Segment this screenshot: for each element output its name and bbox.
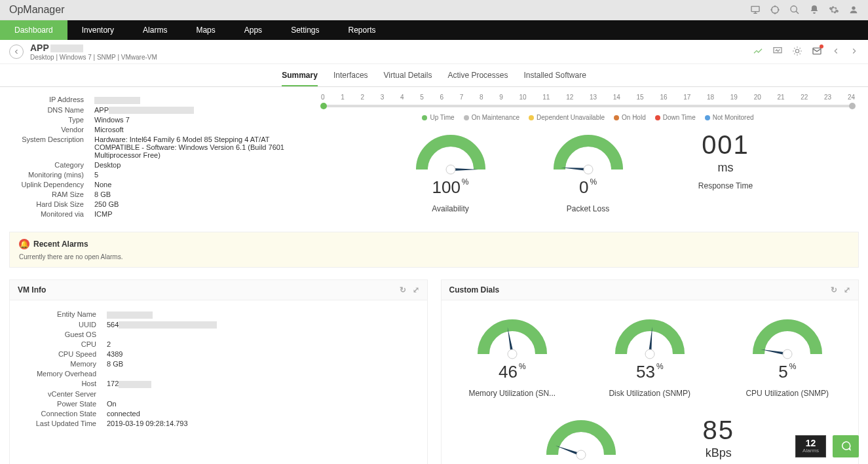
chat-button[interactable] xyxy=(833,435,859,457)
refresh-icon[interactable]: ↻ xyxy=(831,285,837,294)
info-row: VendorMicrosoft xyxy=(9,126,304,134)
svg-point-27 xyxy=(508,349,517,359)
gauge-card: 85kBpsDisk I/O Usage (VIWeb... xyxy=(670,416,768,464)
info-row: Last Updated Time2019-03-19 09:28:14.793 xyxy=(19,419,418,427)
info-row: Guest OS xyxy=(19,330,418,338)
svg-point-33 xyxy=(576,450,586,459)
bell-icon[interactable] xyxy=(809,5,820,15)
alarms-body: Currently there are no open Alarms. xyxy=(19,253,849,260)
info-row: Memory8 GB xyxy=(19,360,418,368)
svg-point-25 xyxy=(584,165,593,174)
gauge-card: 001msResponse Time xyxy=(677,130,775,215)
slider-start-handle[interactable] xyxy=(320,103,327,109)
user-icon[interactable] xyxy=(848,5,859,15)
footer-actions: 12 Alarms xyxy=(795,435,859,457)
prev-icon[interactable] xyxy=(831,46,840,58)
nav-apps[interactable]: Apps xyxy=(230,20,276,40)
gauge-card: 11%CPU Utilization (VIWeb... xyxy=(532,416,630,464)
nav-maps[interactable]: Maps xyxy=(181,20,229,40)
nav-reports[interactable]: Reports xyxy=(333,20,390,40)
info-row: Connection Stateconnected xyxy=(19,410,418,418)
svg-rect-11 xyxy=(774,47,782,52)
tab-summary[interactable]: Summary xyxy=(282,71,318,86)
nav-dashboard[interactable]: Dashboard xyxy=(0,20,67,40)
search-icon[interactable] xyxy=(789,5,800,15)
gear-icon[interactable] xyxy=(829,5,839,15)
info-row: Host172 xyxy=(19,380,418,388)
mail-icon[interactable] xyxy=(812,46,822,58)
gauge-card: 46%Memory Utilization (SN... xyxy=(463,315,561,400)
legend-item: Down Time xyxy=(655,114,696,121)
tab-interfaces[interactable]: Interfaces xyxy=(333,71,368,86)
gauge-card: 5%CPU Utilization (SNMP) xyxy=(738,315,837,400)
back-button[interactable] xyxy=(9,45,24,59)
gauge-card: 0%Packet Loss xyxy=(539,130,637,215)
status-legend: Up TimeOn MaintenanceDependent Unavailab… xyxy=(317,114,859,121)
chart-icon[interactable] xyxy=(753,46,763,58)
target-icon[interactable] xyxy=(770,5,780,15)
legend-item: On Maintenance xyxy=(464,114,519,121)
vm-info-panel: VM Info ↻ ⤢ Entity NameUUID564Guest OSCP… xyxy=(9,279,428,464)
custom-gauge-row-2: 11%CPU Utilization (VIWeb...85kBpsDisk I… xyxy=(451,416,850,464)
svg-point-8 xyxy=(791,6,797,12)
alarms-count-badge[interactable]: 12 Alarms xyxy=(795,435,826,457)
svg-point-10 xyxy=(852,7,855,10)
sun-icon[interactable] xyxy=(792,46,802,58)
hour-scale: 0123456789101112131415161718192021222324 xyxy=(317,94,859,101)
tab-active-processes[interactable]: Active Processes xyxy=(447,71,508,86)
expand-icon[interactable]: ⤢ xyxy=(413,285,419,294)
legend-item: Up Time xyxy=(422,114,454,121)
info-row: TypeWindows 7 xyxy=(9,116,304,124)
time-slider[interactable] xyxy=(322,105,854,107)
alarms-title: Recent Alarms xyxy=(33,240,88,249)
info-row: Entity Name xyxy=(19,310,418,319)
tab-virtual-details[interactable]: Virtual Details xyxy=(384,71,432,86)
svg-rect-0 xyxy=(751,7,759,12)
top-icon-bar xyxy=(750,5,859,15)
tab-installed-software[interactable]: Installed Software xyxy=(523,71,586,86)
svg-line-20 xyxy=(800,48,801,48)
info-row: DNS NameAPP xyxy=(9,106,304,115)
svg-line-17 xyxy=(794,48,795,48)
svg-point-31 xyxy=(783,349,792,359)
info-row: Memory Overhead xyxy=(19,370,418,378)
top-header: OpManager xyxy=(0,0,868,20)
nav-settings[interactable]: Settings xyxy=(276,20,333,40)
device-title: APP xyxy=(30,43,157,53)
expand-icon[interactable]: ⤢ xyxy=(844,285,850,294)
gauge-card: 100%Availability xyxy=(402,130,500,215)
refresh-icon[interactable]: ↻ xyxy=(400,285,406,294)
detail-tabs: SummaryInterfacesVirtual DetailsActive P… xyxy=(0,64,868,87)
monitor-small-icon[interactable] xyxy=(772,46,783,58)
monitor-icon[interactable] xyxy=(750,5,761,15)
info-row: Uplink DependencyNone xyxy=(9,181,304,188)
legend-item: Not Monitored xyxy=(705,114,754,121)
next-icon[interactable] xyxy=(850,46,859,58)
svg-line-9 xyxy=(796,11,799,14)
nav-alarms[interactable]: Alarms xyxy=(128,20,181,40)
info-row: CPU Speed4389 xyxy=(19,350,418,358)
svg-point-29 xyxy=(645,349,654,359)
recent-alarms-panel: 🔔 Recent Alarms Currently there are no o… xyxy=(9,232,859,268)
info-row: Monitored viaICMP xyxy=(9,210,304,218)
availability-dashboard: 0123456789101112131415161718192021222324… xyxy=(317,94,859,220)
info-row: CPU2 xyxy=(19,340,418,348)
info-row: IP Address xyxy=(9,96,304,104)
info-row: Power StateOn xyxy=(19,400,418,408)
alarm-bell-icon: 🔔 xyxy=(19,239,29,249)
svg-line-18 xyxy=(800,53,801,54)
slider-end-handle[interactable] xyxy=(849,103,856,109)
custom-dials-title: Custom Dials xyxy=(449,285,500,294)
svg-line-19 xyxy=(794,53,795,54)
info-row: vCenter Server xyxy=(19,390,418,398)
device-subtitle: Desktop | Windows 7 | SNMP | VMware-VM xyxy=(30,54,157,61)
info-row: RAM Size8 GB xyxy=(9,190,304,198)
system-info: IP AddressDNS NameAPPTypeWindows 7Vendor… xyxy=(9,94,304,220)
vm-info-title: VM Info xyxy=(18,285,46,294)
device-header: APP Desktop | Windows 7 | SNMP | VMware-… xyxy=(0,40,868,64)
nav-inventory[interactable]: Inventory xyxy=(67,20,128,40)
gauge-card: 53%Disk Utilization (SNMP) xyxy=(601,315,699,400)
device-action-bar xyxy=(753,46,859,58)
legend-item: Dependent Unavailable xyxy=(529,114,605,121)
info-row: Monitoring (mins)5 xyxy=(9,171,304,179)
